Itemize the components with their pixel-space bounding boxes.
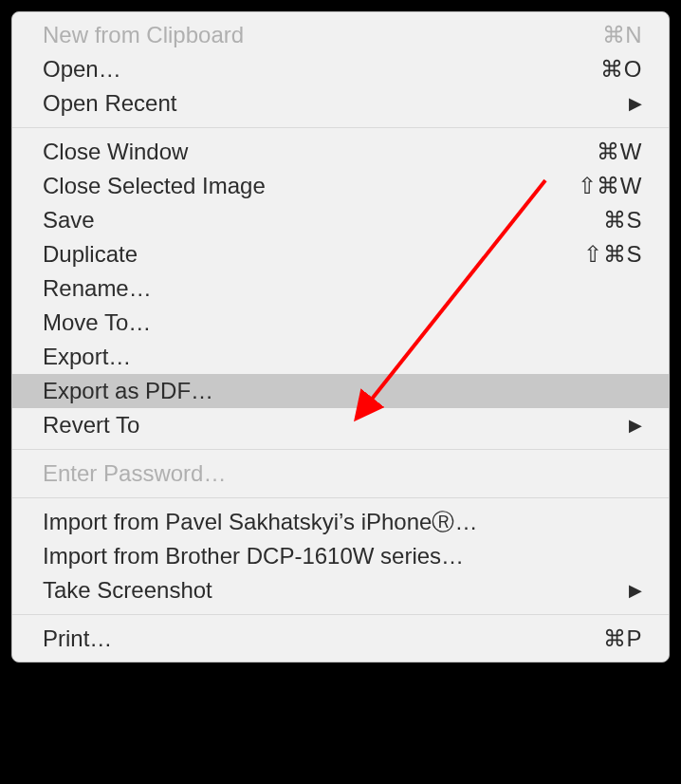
menu-separator	[12, 614, 669, 615]
menu-shortcut: ⇧⌘S	[583, 241, 642, 268]
chevron-right-icon: ▶	[629, 415, 642, 436]
menu-separator	[12, 497, 669, 498]
menu-label: Save	[43, 207, 603, 233]
menu-label: Rename…	[43, 275, 642, 302]
menu-label: Open…	[43, 56, 600, 83]
menu-label: Print…	[43, 625, 603, 652]
menu-label: Import from Pavel Sakhatskyi’s iPhoneⓇ…	[43, 507, 642, 537]
menu-item-move-to[interactable]: Move To…	[12, 306, 669, 340]
menu-item-new-from-clipboard: New from Clipboard ⌘N	[12, 18, 669, 52]
menu-item-open[interactable]: Open… ⌘O	[12, 52, 669, 86]
menu-item-export[interactable]: Export…	[12, 340, 669, 374]
menu-item-print[interactable]: Print… ⌘P	[12, 622, 669, 656]
menu-item-import-from-iphone[interactable]: Import from Pavel Sakhatskyi’s iPhoneⓇ…	[12, 505, 669, 539]
menu-item-open-recent[interactable]: Open Recent ▶	[12, 86, 669, 121]
menu-item-export-as-pdf[interactable]: Export as PDF…	[12, 374, 669, 408]
menu-shortcut: ⌘W	[597, 139, 642, 165]
context-menu: New from Clipboard ⌘N Open… ⌘O Open Rece…	[11, 11, 670, 663]
menu-separator	[12, 449, 669, 450]
menu-label: Move To…	[43, 309, 642, 336]
menu-label: Enter Password…	[43, 460, 642, 487]
menu-item-duplicate[interactable]: Duplicate ⇧⌘S	[12, 237, 669, 271]
menu-label: Revert To	[43, 412, 629, 439]
menu-shortcut: ⌘N	[602, 22, 642, 48]
menu-shortcut: ⇧⌘W	[578, 173, 642, 199]
menu-label: Import from Brother DCP-1610W series…	[43, 543, 642, 569]
menu-item-close-selected-image[interactable]: Close Selected Image ⇧⌘W	[12, 169, 669, 203]
chevron-right-icon: ▶	[629, 580, 642, 601]
menu-label: Duplicate	[43, 241, 583, 268]
menu-shortcut: ⌘S	[603, 207, 642, 233]
menu-label: Open Recent	[43, 90, 629, 117]
menu-item-revert-to[interactable]: Revert To ▶	[12, 408, 669, 442]
menu-item-rename[interactable]: Rename…	[12, 271, 669, 306]
menu-label: Take Screenshot	[43, 577, 629, 604]
menu-label: Export as PDF…	[43, 378, 642, 404]
menu-shortcut: ⌘O	[600, 56, 642, 83]
menu-label: Export…	[43, 344, 642, 370]
menu-separator	[12, 127, 669, 128]
menu-item-import-from-brother[interactable]: Import from Brother DCP-1610W series…	[12, 539, 669, 573]
menu-item-enter-password: Enter Password…	[12, 457, 669, 491]
menu-item-take-screenshot[interactable]: Take Screenshot ▶	[12, 573, 669, 607]
chevron-right-icon: ▶	[629, 93, 642, 114]
menu-item-save[interactable]: Save ⌘S	[12, 203, 669, 237]
menu-item-close-window[interactable]: Close Window ⌘W	[12, 135, 669, 169]
menu-label: Close Selected Image	[43, 173, 578, 199]
menu-label: New from Clipboard	[43, 22, 602, 48]
menu-shortcut: ⌘P	[603, 625, 642, 652]
menu-label: Close Window	[43, 139, 597, 165]
